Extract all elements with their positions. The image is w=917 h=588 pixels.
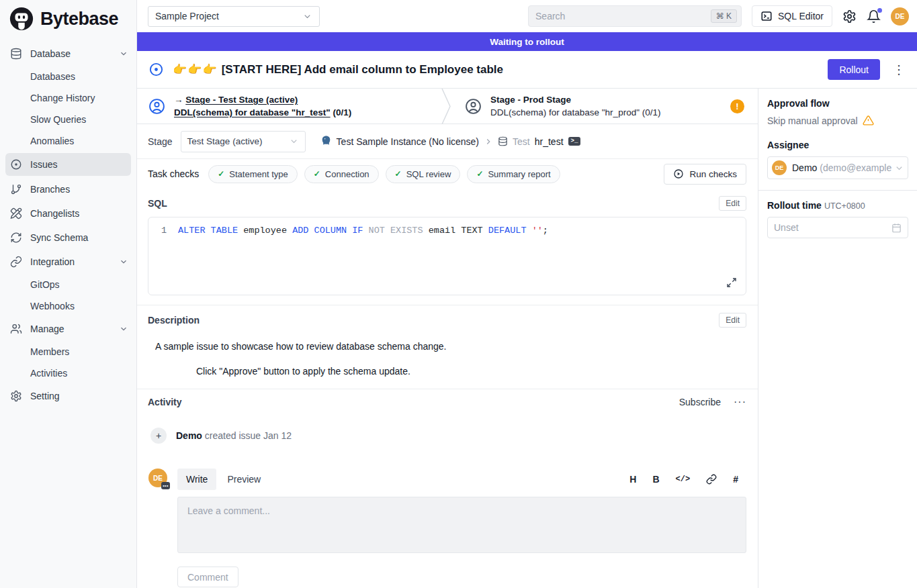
check-pill-connection[interactable]: ✓ Connection (304, 165, 379, 183)
person-circle-icon (465, 98, 482, 115)
issue-meta-panel: Approval flow Skip manual approval Assig… (758, 89, 917, 588)
sql-editor-button[interactable]: SQL Editor (752, 5, 832, 27)
database-icon (10, 48, 22, 60)
rollout-time-placeholder: Unset (774, 222, 799, 233)
settings-gear-icon[interactable] (842, 9, 857, 23)
activity-text: Demo created issue Jan 12 (176, 430, 292, 441)
instance-name[interactable]: Test Sample Instance (No license) (337, 136, 479, 147)
assignee-title: Assignee (767, 140, 908, 150)
bold-icon[interactable]: B (652, 474, 659, 485)
pipeline-stage-prod[interactable]: Stage - Prod Stage DDL(schema) for datab… (453, 89, 758, 124)
sidebar-item-anomalies[interactable]: Anomalies (0, 130, 136, 152)
comment-avatar: DE ••• (148, 469, 167, 487)
database-name[interactable]: hr_test (535, 136, 564, 147)
sidebar-item-databases[interactable]: Databases (0, 66, 136, 87)
search-box[interactable]: ⌘ K (528, 5, 742, 27)
hash-icon[interactable]: # (733, 474, 738, 485)
users-icon (10, 323, 22, 335)
kebab-menu-icon[interactable]: ⋮ (890, 62, 908, 77)
link-icon[interactable] (706, 474, 717, 485)
rollout-button[interactable]: Rollout (828, 59, 880, 80)
sidebar-item-label: Database (30, 48, 71, 59)
open-sql-editor-icon[interactable]: >_ (568, 137, 581, 146)
task-checks-label: Task checks (148, 168, 199, 179)
sidebar-item-manage[interactable]: Manage (0, 317, 136, 341)
sidebar-item-activities[interactable]: Activities (0, 362, 136, 384)
database-cylinder-icon (498, 136, 508, 146)
format-toolbar: H B </> # (629, 474, 746, 485)
sidebar-item-gitops[interactable]: GitOps (0, 274, 136, 295)
sidebar-item-database[interactable]: Database (0, 42, 136, 66)
check-pill-sql-review[interactable]: ✓ SQL review (386, 165, 461, 183)
check-pill-statement-type[interactable]: ✓ Statement type (208, 165, 298, 183)
user-avatar[interactable]: DE (891, 7, 909, 26)
left-sidebar: Bytebase Database Databases Change Histo… (0, 0, 137, 588)
approval-section: Approval flow Skip manual approval Assig… (758, 89, 917, 190)
comment-input[interactable] (177, 497, 746, 553)
stage-select-value: Test Stage (active) (187, 136, 263, 146)
status-banner: Waiting to rollout (137, 32, 917, 51)
stage-separator (441, 89, 453, 124)
more-options-icon[interactable]: ··· (734, 399, 746, 405)
bytebase-logo[interactable]: Bytebase (0, 0, 136, 38)
rollout-time-title: Rollout timeUTC+0800 (767, 200, 908, 211)
notification-dot (877, 8, 882, 13)
run-checks-button[interactable]: Run checks (664, 164, 746, 185)
sidebar-item-label: Manage (30, 324, 64, 334)
stage-select[interactable]: Test Stage (active) (181, 131, 306, 152)
chevron-down-icon (119, 324, 128, 334)
assignee-avatar: DE (772, 160, 787, 175)
sidebar-item-webhooks[interactable]: Webhooks (0, 295, 136, 317)
sync-icon (10, 232, 22, 244)
sidebar-item-change-history[interactable]: Change History (0, 87, 136, 109)
sidebar-item-branches[interactable]: Branches (0, 177, 136, 201)
sql-editor-label: SQL Editor (778, 11, 824, 21)
sidebar-item-changelists[interactable]: Changelists (0, 201, 136, 226)
tab-preview[interactable]: Preview (218, 469, 269, 490)
brand-name: Bytebase (40, 9, 118, 30)
description-edit-button[interactable]: Edit (719, 313, 746, 328)
main-area: Sample Project ⌘ K SQL Editor (137, 0, 917, 588)
code-icon[interactable]: </> (676, 475, 691, 484)
sidebar-item-label: Integration (30, 256, 75, 267)
database-breadcrumb: Test Sample Instance (No license) Test h… (320, 135, 581, 148)
comment-bubble-icon: ••• (161, 482, 170, 489)
issue-header: 👉👉👉[START HERE] Add email column to Empl… (137, 51, 917, 89)
gear-icon (10, 390, 22, 402)
stage-pipeline: → Stage - Test Stage (active) DDL(schema… (137, 89, 758, 124)
assignee-select[interactable]: DE Demo (demo@example (767, 156, 908, 179)
project-select[interactable]: Sample Project (148, 6, 320, 27)
sidebar-item-issues[interactable]: Issues (5, 153, 131, 176)
subscribe-button[interactable]: Subscribe (679, 397, 721, 407)
sidebar-item-integration[interactable]: Integration (0, 250, 136, 274)
chevron-down-icon (302, 11, 312, 21)
approval-flow-value: Skip manual approval (767, 115, 908, 126)
sql-code-block[interactable]: 1 ALTER TABLE employee ADD COLUMN IF NOT… (148, 217, 746, 295)
tab-write[interactable]: Write (177, 469, 216, 490)
search-input[interactable] (535, 11, 711, 21)
check-pill-summary-report[interactable]: ✓ Summary report (467, 165, 560, 183)
issue-title: 👉👉👉[START HERE] Add email column to Empl… (173, 62, 503, 77)
terminal-icon (760, 10, 773, 22)
sidebar-item-slow-queries[interactable]: Slow Queries (0, 109, 136, 130)
expand-fullscreen-icon[interactable] (726, 277, 737, 288)
heading-icon[interactable]: H (629, 474, 636, 485)
comment-editor: DE ••• Write Preview H B </> (148, 469, 746, 587)
sidebar-item-setting[interactable]: Setting (0, 384, 136, 408)
chevron-right-icon (484, 137, 493, 146)
sql-edit-button[interactable]: Edit (719, 196, 746, 211)
calendar-icon (891, 223, 902, 233)
sidebar-nav: Database Databases Change History Slow Q… (0, 38, 136, 408)
pipeline-stage-test[interactable]: → Stage - Test Stage (active) DDL(schema… (137, 89, 441, 124)
chevron-down-icon (289, 136, 299, 146)
sidebar-item-members[interactable]: Members (0, 341, 136, 362)
top-bar: Sample Project ⌘ K SQL Editor (137, 0, 917, 32)
pencil-ruler-icon (10, 207, 22, 219)
rollout-time-input[interactable]: Unset (767, 217, 908, 238)
chevron-down-icon (894, 163, 904, 173)
search-shortcut-badge: ⌘ K (711, 9, 737, 23)
sidebar-item-sync-schema[interactable]: Sync Schema (0, 226, 136, 250)
sidebar-item-label: Changelists (30, 208, 79, 219)
notification-bell-icon[interactable] (867, 9, 881, 23)
comment-submit-button[interactable]: Comment (177, 567, 238, 587)
